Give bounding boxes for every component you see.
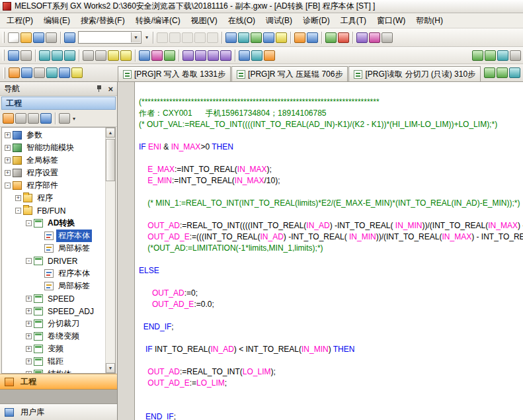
tree-item[interactable]: +智能功能模块 <box>2 142 105 154</box>
zoom-icon[interactable] <box>382 32 393 43</box>
st-edit-icon[interactable] <box>369 32 380 43</box>
create-new-data-icon[interactable] <box>3 113 14 124</box>
menu-item[interactable]: 帮助(H) <box>411 13 448 28</box>
tree-item[interactable]: -程序部件 <box>2 179 105 192</box>
find-icon[interactable] <box>83 50 94 61</box>
expand-icon[interactable]: + <box>26 358 32 364</box>
menu-item[interactable]: 调试(B) <box>261 13 298 28</box>
toolbar-overflow-icon[interactable]: ▾ <box>143 34 150 40</box>
selection-window-icon[interactable] <box>21 67 32 78</box>
menu-item[interactable]: 工具(T) <box>335 13 372 28</box>
find-replace-icon[interactable] <box>95 50 106 61</box>
ladder-symbol-1-icon[interactable] <box>182 50 194 61</box>
copy-icon[interactable] <box>169 32 181 43</box>
new-project-icon[interactable] <box>8 32 19 43</box>
tree-item[interactable]: -AD转换 <box>2 217 105 230</box>
sampling-trace-icon[interactable] <box>497 50 508 61</box>
expand-icon[interactable]: + <box>26 308 32 314</box>
tree-item[interactable]: +卷绕变频 <box>2 330 105 343</box>
undo-icon[interactable] <box>194 32 206 43</box>
tree-item[interactable]: 局部标签 <box>2 242 105 255</box>
menu-item[interactable]: 视图(V) <box>186 13 223 28</box>
ladder-symbol-2-icon[interactable] <box>195 50 206 61</box>
watch-window-icon[interactable] <box>59 67 70 78</box>
tree-item[interactable]: +SPEED <box>2 292 105 305</box>
menu-item[interactable]: 工程(P) <box>1 13 38 28</box>
expand-icon[interactable]: + <box>5 145 11 151</box>
expand-icon[interactable]: + <box>5 157 11 163</box>
monitor-stop-icon[interactable] <box>338 32 349 43</box>
toolbar-grip-handle[interactable] <box>3 50 5 61</box>
document-tab[interactable]: [PRG]读取 分切刀 (只读) 310步 <box>348 66 481 81</box>
fb-toolbar-icon[interactable] <box>497 67 508 78</box>
collapse-icon[interactable]: - <box>26 258 32 264</box>
scroll-down-icon[interactable]: ▼ <box>106 363 115 373</box>
tree-item[interactable]: +SPEED_ADJ <box>2 305 105 317</box>
st-toolbar-icon[interactable] <box>484 67 495 78</box>
menu-item[interactable]: 转换/编译(C) <box>130 13 186 28</box>
tree-item[interactable]: +分切裁刀 <box>2 317 105 330</box>
device-display-2-icon[interactable] <box>52 50 63 61</box>
cut-icon[interactable] <box>157 32 168 43</box>
convert-icon[interactable] <box>139 50 150 61</box>
close-icon[interactable]: × <box>108 85 113 93</box>
project-window-icon[interactable] <box>9 67 20 78</box>
program-common-icon[interactable] <box>8 50 19 61</box>
help-icon[interactable] <box>64 32 75 43</box>
collapse-tree-icon[interactable] <box>28 113 39 124</box>
menu-item[interactable]: 诊断(D) <box>298 13 335 28</box>
st-code-area[interactable]: (***************************************… <box>135 82 523 420</box>
tree-item[interactable]: +全局标签 <box>2 154 105 167</box>
expand-icon[interactable]: + <box>26 296 32 302</box>
device-memory-icon[interactable] <box>238 32 249 43</box>
module-toolbar-icon[interactable] <box>509 67 520 78</box>
document-tab[interactable]: [PRG]R 写入 卷取 1331步 <box>118 66 231 81</box>
window-cascade-icon[interactable] <box>20 50 32 61</box>
convert-all-icon[interactable] <box>151 50 163 61</box>
sort-icon[interactable] <box>15 113 26 124</box>
tree-item[interactable]: +参数 <box>2 129 105 142</box>
device-list-icon[interactable] <box>120 50 132 61</box>
ladder-edit-icon[interactable] <box>356 32 368 43</box>
note-edit-icon[interactable] <box>264 50 275 61</box>
paste-icon[interactable] <box>182 32 193 43</box>
expand-icon[interactable]: + <box>26 346 32 352</box>
device-comment-window-icon[interactable] <box>46 67 58 78</box>
read-from-plc-icon[interactable] <box>294 32 305 43</box>
program-check-icon[interactable] <box>164 50 175 61</box>
toolbar-grip-handle[interactable] <box>3 67 5 79</box>
ladder-symbol-3-icon[interactable] <box>208 50 219 61</box>
collapse-icon[interactable]: - <box>5 183 11 189</box>
options-icon[interactable] <box>510 50 521 61</box>
tree-item[interactable]: -FB/FUN <box>2 204 105 217</box>
comment-edit-icon[interactable] <box>239 50 250 61</box>
document-tab[interactable]: [PRG]R 写入 压延辊 706步 <box>231 66 348 81</box>
label-setting-icon[interactable] <box>276 32 287 43</box>
collapse-icon[interactable]: - <box>26 220 32 226</box>
find-result-window-icon[interactable] <box>71 67 83 78</box>
nav-view-project-button[interactable]: 工程 <box>0 374 117 390</box>
monitor-start-icon[interactable] <box>325 32 337 43</box>
menu-item[interactable]: 搜索/替换(F) <box>75 13 130 28</box>
module-monitor-icon[interactable] <box>485 50 496 61</box>
intelligent-function-tool-icon[interactable] <box>472 50 483 61</box>
menu-item[interactable]: 窗口(W) <box>372 13 411 28</box>
ladder-symbol-4-icon[interactable] <box>220 50 231 61</box>
expand-icon[interactable]: + <box>26 321 32 327</box>
tree-item[interactable]: 程序本体 <box>2 267 105 280</box>
parameter-setting-icon[interactable] <box>263 32 274 43</box>
toolbar-overflow-icon[interactable]: ▾ <box>71 116 77 122</box>
menu-item[interactable]: 在线(O) <box>223 13 261 28</box>
tree-item[interactable]: +辊距 <box>2 355 105 368</box>
tree-item[interactable]: +程序 <box>2 192 105 204</box>
tree-item[interactable]: +程序设置 <box>2 167 105 179</box>
view-setting-icon[interactable] <box>59 113 70 124</box>
expand-icon[interactable]: + <box>26 371 32 373</box>
scrollbar-thumb[interactable] <box>106 139 115 181</box>
expand-icon[interactable]: + <box>26 333 32 339</box>
collapse-icon[interactable]: - <box>15 208 21 214</box>
expand-icon[interactable]: + <box>15 195 21 201</box>
tree-item[interactable]: +结构体 <box>2 368 105 373</box>
cross-reference-icon[interactable] <box>108 50 119 61</box>
tree-item[interactable]: 程序本体 <box>2 230 105 242</box>
